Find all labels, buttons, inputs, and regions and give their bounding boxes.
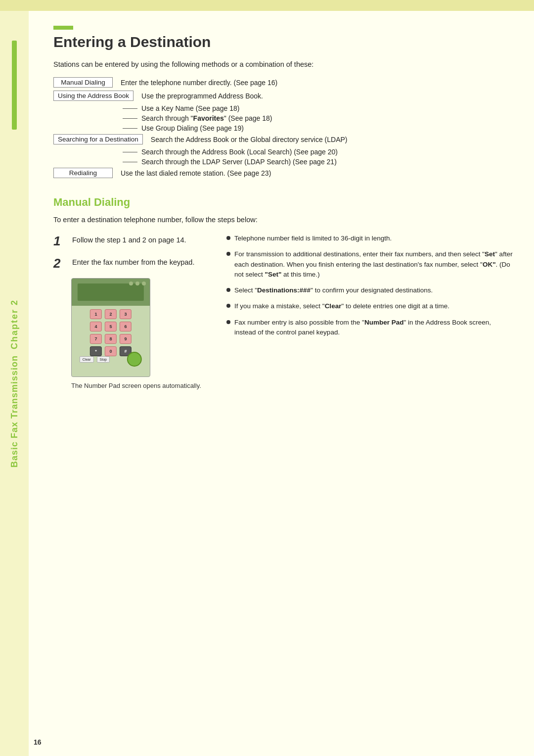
bullet-item-3: Select "Destinations:###" to confirm you…	[226, 285, 514, 295]
sidebar-chapter-label: Chapter 2	[9, 299, 20, 349]
keypad-btn-9: 9	[120, 334, 132, 344]
bullet-dot-1	[226, 236, 230, 240]
keypad-buttons: 1 2 3 4 5 6 7 8 9	[80, 309, 142, 359]
manual-dialing-section: Manual Dialing To enter a destination te…	[53, 196, 514, 389]
desc-searching: Search the Address Book or the Global di…	[151, 134, 348, 143]
badge-address-book: Using the Address Book	[53, 91, 134, 101]
keypad-screen-inner	[78, 284, 144, 301]
method-row-searching: Searching for a Destination Search the A…	[53, 134, 514, 144]
keypad-icon-1	[129, 282, 133, 285]
intro-text: Stations can be entered by using the fol…	[53, 60, 514, 68]
bullet-item-2: For transmission to additional destinati…	[226, 249, 514, 280]
badge-searching: Searching for a Destination	[53, 134, 143, 144]
manual-dialing-intro: To enter a destination telephone number,…	[53, 216, 514, 224]
step-2-text: Enter the fax number from the keypad.	[72, 256, 194, 266]
keypad-screen	[72, 279, 150, 306]
title-accent-bar	[53, 26, 73, 30]
sidebar-title-label: Basic Fax Transmission	[9, 355, 20, 468]
keypad-btn-1: 1	[90, 309, 102, 319]
sub-item-1: Use a Key Name (See page 18)	[123, 104, 514, 112]
methods-table: Manual Dialing Enter the telephone numbe…	[53, 77, 514, 178]
searching-sub-items: Search through the Address Book (Local S…	[123, 147, 514, 166]
keypad-start-button	[127, 352, 142, 367]
search-sub-line-1	[123, 152, 137, 152]
bullet-text-1: Telephone number field is limited to 36-…	[234, 234, 392, 243]
bullet-item-1: Telephone number field is limited to 36-…	[226, 234, 514, 243]
sub-item-3: Use Group Dialing (See page 19)	[123, 124, 514, 132]
search-sub-line-2	[123, 162, 137, 162]
keypad-btn-5: 5	[105, 322, 117, 331]
sub-item-line-2	[123, 118, 137, 119]
keypad-btn-7: 7	[90, 334, 102, 344]
bullet-text-4: If you make a mistake, select "Clear" to…	[234, 301, 449, 311]
top-bar	[0, 0, 534, 11]
keypad-caption: The Number Pad screen opens automaticall…	[71, 382, 212, 389]
badge-redialing: Redialing	[53, 168, 113, 178]
keypad-icon-2	[135, 282, 139, 285]
page-number: 16	[34, 738, 42, 746]
keypad-btn-8: 8	[105, 334, 117, 344]
main-content: Entering a Destination Stations can be e…	[34, 11, 534, 409]
left-column: 1 Follow the step 1 and 2 on page 14. 2 …	[53, 234, 212, 389]
sidebar: Chapter 2 Basic Fax Transmission	[0, 11, 29, 756]
bullet-dot-3	[226, 288, 230, 292]
bullet-text-2: For transmission to additional destinati…	[234, 249, 514, 280]
sub-item-text-2: Search through "Favorites" (See page 18)	[141, 114, 272, 122]
manual-dialing-heading: Manual Dialing	[53, 196, 514, 209]
keypad-bottom-controls: Clear Stop	[80, 352, 142, 367]
sub-item-line-1	[123, 108, 137, 109]
keypad-btn-6: 6	[120, 322, 132, 331]
sub-item-2: Search through "Favorites" (See page 18)	[123, 114, 514, 122]
two-column-layout: 1 Follow the step 1 and 2 on page 14. 2 …	[53, 234, 514, 389]
search-sub-item-2: Search through the LDAP Server (LDAP Sea…	[123, 157, 514, 166]
method-row-redialing: Redialing Use the last dialed remote sta…	[53, 168, 514, 178]
bullet-dot-4	[226, 304, 230, 308]
search-sub-item-1: Search through the Address Book (Local S…	[123, 147, 514, 156]
sidebar-text-wrapper: Chapter 2 Basic Fax Transmission	[0, 11, 29, 756]
bullet-text-5: Fax number entry is also possible from t…	[234, 318, 514, 338]
step-1: 1 Follow the step 1 and 2 on page 14.	[53, 234, 212, 249]
keypad-btn-4: 4	[90, 322, 102, 331]
step-2-number: 2	[53, 256, 67, 271]
bullet-list: Telephone number field is limited to 36-…	[226, 234, 514, 337]
keypad-clear-stop: Clear Stop	[80, 356, 110, 363]
keypad-stop-label: Stop	[97, 356, 110, 363]
desc-redialing: Use the last dialed remote station. (See…	[121, 168, 271, 177]
keypad-btn-3: 3	[120, 309, 132, 319]
step-2: 2 Enter the fax number from the keypad.	[53, 256, 212, 271]
bullet-text-3: Select "Destinations:###" to confirm you…	[234, 285, 433, 295]
step-1-text: Follow the step 1 and 2 on page 14.	[72, 234, 186, 244]
sub-item-text-3: Use Group Dialing (See page 19)	[141, 124, 244, 132]
page-title: Entering a Destination	[53, 34, 514, 50]
bullet-item-5: Fax number entry is also possible from t…	[226, 318, 514, 338]
desc-manual-dialing: Enter the telephone number directly. (Se…	[121, 77, 277, 87]
bullet-dot-2	[226, 252, 230, 256]
keypad-row-1: 1 2 3	[80, 309, 142, 319]
keypad-row-2: 4 5 6	[80, 322, 142, 331]
right-column: Telephone number field is limited to 36-…	[226, 234, 514, 343]
keypad-row-3: 7 8 9	[80, 334, 142, 344]
badge-manual-dialing: Manual Dialing	[53, 77, 113, 88]
keypad-icon-3	[142, 282, 146, 285]
bullet-item-4: If you make a mistake, select "Clear" to…	[226, 301, 514, 311]
step-1-number: 1	[53, 234, 67, 249]
method-row-manual: Manual Dialing Enter the telephone numbe…	[53, 77, 514, 88]
sub-item-text-1: Use a Key Name (See page 18)	[141, 104, 239, 112]
desc-address-book: Use the preprogrammed Address Book.	[141, 91, 263, 100]
keypad-illustration: 1 2 3 4 5 6 7 8 9	[71, 278, 150, 377]
keypad-status-icons	[129, 282, 146, 285]
keypad-clear-label: Clear	[80, 356, 94, 363]
search-sub-text-1: Search through the Address Book (Local S…	[141, 147, 338, 156]
search-sub-text-2: Search through the LDAP Server (LDAP Sea…	[141, 157, 337, 166]
bullet-dot-5	[226, 320, 230, 324]
sub-item-line-3	[123, 128, 137, 129]
keypad-btn-2: 2	[105, 309, 117, 319]
method-row-address-book: Using the Address Book Use the preprogra…	[53, 91, 514, 101]
address-book-sub-items: Use a Key Name (See page 18) Search thro…	[123, 104, 514, 132]
